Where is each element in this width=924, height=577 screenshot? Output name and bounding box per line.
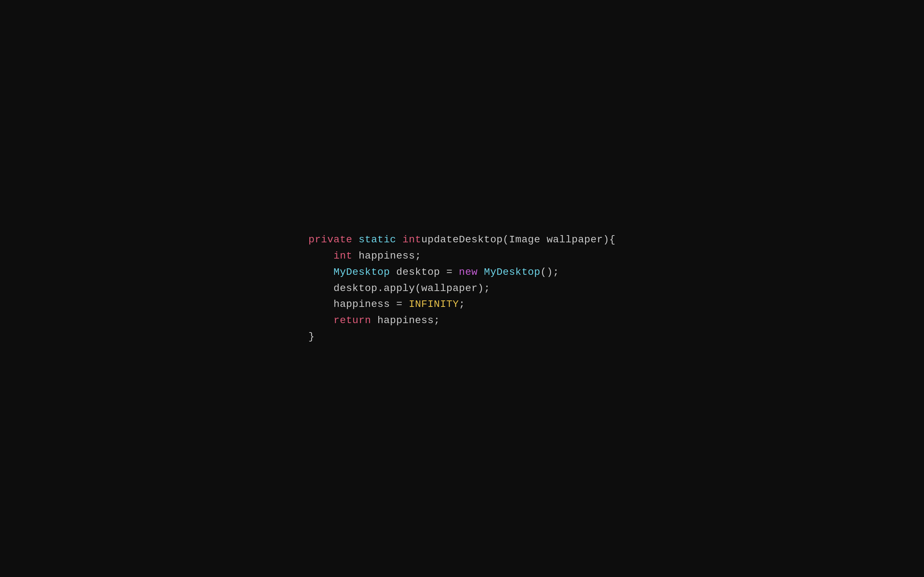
method-signature: updateDesktop(Image wallpaper){ — [421, 232, 615, 248]
indent-4 — [309, 280, 333, 297]
code-line-1: private static int updateDesktop(Image w… — [309, 232, 616, 248]
space1 — [352, 232, 359, 248]
code-line-3: MyDesktop desktop = new MyDesktop (); — [309, 264, 616, 280]
return-value: happiness; — [371, 313, 440, 329]
happiness-decl: happiness; — [352, 248, 421, 264]
keyword-int: int — [402, 232, 421, 248]
type-mydesktop2: MyDesktop — [484, 264, 540, 280]
constructor-end: (); — [540, 264, 559, 280]
code-line-2: int happiness; — [309, 248, 616, 264]
const-infinity: INFINITY — [409, 297, 459, 313]
code-line-6: return happiness; — [309, 313, 616, 329]
space2 — [396, 232, 402, 248]
keyword-return: return — [333, 313, 371, 329]
code-line-7: } — [309, 329, 616, 345]
keyword-private: private — [309, 232, 353, 248]
code-line-5: happiness = INFINITY ; — [309, 297, 616, 313]
keyword-int2: int — [333, 248, 352, 264]
indent-6 — [309, 313, 333, 329]
code-block: private static int updateDesktop(Image w… — [309, 232, 616, 345]
indent-2 — [309, 248, 333, 264]
code-line-4: desktop.apply(wallpaper); — [309, 280, 616, 297]
apply-call: desktop.apply(wallpaper); — [333, 280, 490, 297]
indent-3 — [309, 264, 333, 280]
keyword-static: static — [359, 232, 396, 248]
type-mydesktop: MyDesktop — [333, 264, 390, 280]
desktop-eq: desktop = — [390, 264, 459, 280]
keyword-new: new — [459, 264, 478, 280]
happiness-assign: happiness = — [333, 297, 409, 313]
closing-brace: } — [309, 329, 315, 345]
indent-5 — [309, 297, 333, 313]
space-new — [478, 264, 484, 280]
semicolon-5: ; — [459, 297, 465, 313]
